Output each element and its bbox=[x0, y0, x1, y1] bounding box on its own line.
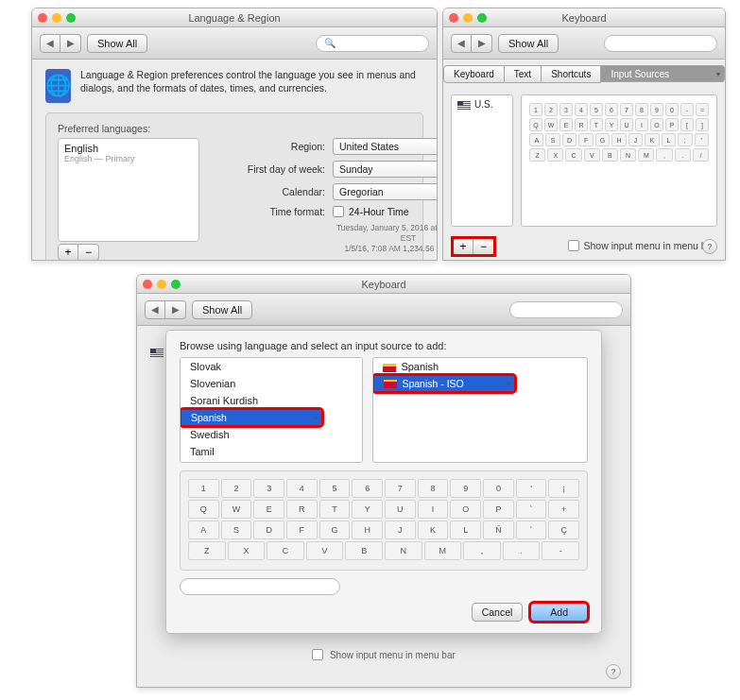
back-button[interactable]: ◀ bbox=[145, 300, 165, 319]
key: 5 bbox=[319, 479, 351, 498]
input-source-item[interactable]: Spanish bbox=[373, 358, 587, 375]
search-field[interactable]: 🔍 bbox=[316, 35, 429, 52]
key: V bbox=[584, 148, 600, 162]
search-field[interactable] bbox=[604, 35, 717, 52]
tab-shortcuts[interactable]: Shortcuts bbox=[542, 65, 601, 83]
key: P bbox=[483, 500, 514, 519]
key: N bbox=[385, 541, 422, 560]
tab-text[interactable]: Text bbox=[505, 65, 542, 83]
key: G bbox=[595, 133, 610, 146]
key: Y bbox=[352, 500, 383, 519]
language-item[interactable]: Swedish bbox=[181, 426, 362, 443]
language-list[interactable]: English English — Primary bbox=[58, 138, 199, 242]
calendar-label: Calendar: bbox=[216, 186, 325, 197]
key: , bbox=[656, 148, 672, 162]
key: ; bbox=[678, 133, 692, 146]
show-all-button[interactable]: Show All bbox=[87, 34, 147, 53]
language-list[interactable]: SlovakSlovenianSorani KurdishSpanishSwed… bbox=[180, 357, 363, 463]
key: [ bbox=[680, 118, 694, 131]
input-source-list[interactable]: SpanishSpanish - ISO bbox=[372, 357, 588, 463]
close-icon[interactable] bbox=[143, 280, 152, 289]
key: D bbox=[562, 133, 577, 146]
add-button[interactable]: + bbox=[453, 238, 473, 255]
region-select[interactable]: United States bbox=[333, 138, 438, 155]
language-item-sub: English — Primary bbox=[64, 154, 193, 163]
key: 6 bbox=[605, 103, 618, 116]
search-input[interactable] bbox=[180, 578, 340, 595]
us-flag-icon bbox=[457, 101, 471, 110]
zoom-icon[interactable] bbox=[66, 13, 76, 23]
show-all-button[interactable]: Show All bbox=[498, 34, 559, 53]
titlebar[interactable]: Language & Region bbox=[32, 9, 437, 27]
key: B bbox=[345, 541, 383, 560]
add-button[interactable]: + bbox=[58, 244, 78, 261]
language-item[interactable]: Telugu bbox=[181, 460, 362, 463]
format-sample: Tuesday, January 5, 2016 at 7:08:09 AM E… bbox=[333, 223, 438, 254]
key: X bbox=[228, 541, 266, 560]
tab-input-sources[interactable]: Input Sources bbox=[601, 65, 725, 82]
language-item[interactable]: Tamil bbox=[181, 443, 362, 460]
window-title: Keyboard bbox=[137, 279, 630, 290]
minimize-icon[interactable] bbox=[52, 13, 61, 23]
key: , bbox=[463, 541, 501, 560]
keyboard-preview: 1234567890-=QWERTYUIOP[]ASDFGHJKL;'ZXCVB… bbox=[521, 94, 717, 227]
calendar-select[interactable]: Gregorian bbox=[333, 183, 438, 200]
back-button[interactable]: ◀ bbox=[40, 34, 60, 53]
key: 3 bbox=[559, 103, 573, 116]
window-controls[interactable] bbox=[449, 13, 487, 23]
window-controls[interactable] bbox=[38, 13, 76, 23]
show-input-menu-checkbox[interactable] bbox=[312, 649, 323, 660]
language-item[interactable]: Sorani Kurdish bbox=[181, 392, 362, 409]
key: V bbox=[306, 541, 344, 560]
key: I bbox=[418, 500, 449, 519]
input-source-list[interactable]: U.S. bbox=[451, 94, 513, 227]
window-controls[interactable] bbox=[143, 280, 181, 289]
help-button[interactable]: ? bbox=[606, 664, 621, 679]
key: T bbox=[590, 118, 603, 131]
key: B bbox=[602, 148, 618, 162]
help-button[interactable]: ? bbox=[702, 239, 717, 254]
key: ´ bbox=[516, 521, 547, 539]
search-field[interactable] bbox=[509, 301, 623, 318]
input-source-item[interactable]: U.S. bbox=[474, 99, 492, 110]
show-input-menu-checkbox[interactable] bbox=[568, 240, 579, 251]
language-item[interactable]: Slovenian bbox=[181, 375, 362, 392]
language-item[interactable]: English bbox=[64, 143, 193, 154]
zoom-icon[interactable] bbox=[171, 280, 181, 289]
sheet-instruction: Browse using language and select an inpu… bbox=[166, 331, 601, 357]
first-day-select[interactable]: Sunday bbox=[333, 161, 438, 178]
language-item[interactable]: Spanish bbox=[181, 409, 322, 426]
back-button[interactable]: ◀ bbox=[451, 34, 472, 53]
forward-button[interactable]: ▶ bbox=[165, 300, 186, 319]
titlebar[interactable]: Keyboard bbox=[443, 9, 725, 27]
key: 0 bbox=[665, 103, 679, 116]
titlebar[interactable]: Keyboard bbox=[137, 275, 630, 294]
input-source-item[interactable]: Spanish - ISO bbox=[373, 375, 515, 392]
add-button[interactable]: Add bbox=[530, 603, 588, 622]
close-icon[interactable] bbox=[449, 13, 458, 23]
key: H bbox=[352, 521, 383, 539]
key: ` bbox=[516, 500, 547, 519]
key: K bbox=[418, 521, 449, 539]
cancel-button[interactable]: Cancel bbox=[472, 603, 524, 622]
language-item[interactable]: Slovak bbox=[181, 358, 362, 375]
show-all-button[interactable]: Show All bbox=[192, 300, 252, 319]
key: . bbox=[675, 148, 691, 162]
keyboard-preview: 1234567890'¡QWERTYUIOP`+ASDFGHJKLÑ´ÇZXCV… bbox=[180, 470, 588, 571]
minimize-icon[interactable] bbox=[463, 13, 473, 23]
key: 8 bbox=[635, 103, 648, 116]
24hour-checkbox[interactable] bbox=[333, 206, 344, 217]
key: U bbox=[385, 500, 416, 519]
key: ¡ bbox=[548, 479, 579, 498]
remove-button[interactable]: − bbox=[473, 238, 494, 255]
key: = bbox=[696, 103, 709, 116]
minimize-icon[interactable] bbox=[157, 280, 166, 289]
remove-button[interactable]: − bbox=[78, 244, 99, 261]
show-input-menu-label: Show input menu in menu bar bbox=[584, 240, 716, 251]
forward-button[interactable]: ▶ bbox=[60, 34, 81, 53]
forward-button[interactable]: ▶ bbox=[472, 34, 492, 53]
key: Ç bbox=[548, 521, 579, 539]
zoom-icon[interactable] bbox=[477, 13, 487, 23]
close-icon[interactable] bbox=[38, 13, 47, 23]
tab-keyboard[interactable]: Keyboard bbox=[443, 65, 505, 83]
